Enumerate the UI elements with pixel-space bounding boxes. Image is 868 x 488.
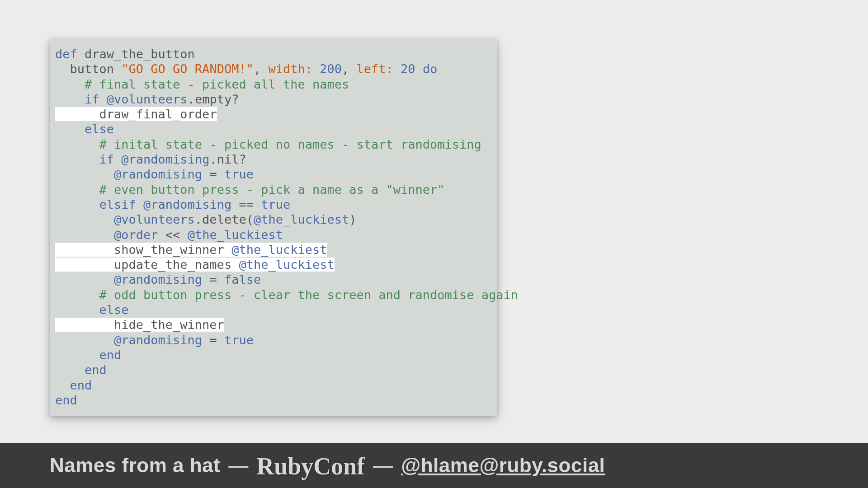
- code-block: def draw_the_button button "GO GO GO RAN…: [50, 38, 497, 416]
- slide-footer: Names from a hat — RubyConf — @hlame@rub…: [0, 443, 868, 488]
- footer-separator-1: —: [228, 454, 248, 477]
- footer-separator-2: —: [373, 454, 393, 477]
- footer-title: Names from a hat: [50, 454, 220, 477]
- footer-handle: @hlame@ruby.social: [401, 454, 605, 477]
- code-content: def draw_the_button button "GO GO GO RAN…: [55, 47, 492, 408]
- rubyconf-logo: RubyConf: [256, 452, 365, 480]
